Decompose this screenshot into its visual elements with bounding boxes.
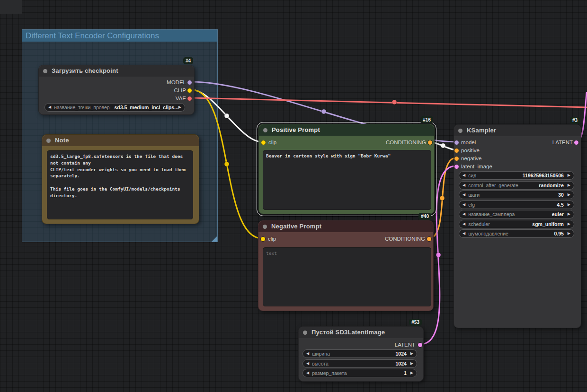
widget-right-arrow-icon[interactable]: ▶: [410, 349, 413, 358]
node-titlebar[interactable]: Загрузить checkpoint: [39, 65, 194, 77]
node-id-badge: #3: [570, 117, 580, 124]
conditioning-output-row[interactable]: CONDITIONING: [258, 235, 433, 242]
widget-right-arrow-icon[interactable]: ▶: [568, 200, 570, 209]
node-note[interactable]: Note sd3.5_large_fp8.safetensors is the …: [42, 134, 199, 224]
sampler-name-widget[interactable]: ◀ название_сэмплера euler ▶: [459, 210, 574, 218]
denoise-widget[interactable]: ◀ шумоподавление 0.95 ▶: [459, 229, 574, 238]
node-titlebar[interactable]: KSampler: [454, 125, 581, 136]
ckpt-name-combo[interactable]: ◀ название_точки_проверки sd3.5_medium_i…: [44, 103, 185, 112]
positive-input-slot[interactable]: [454, 148, 459, 153]
widget-left-arrow-icon[interactable]: ◀: [462, 210, 465, 218]
node-id-badge: #4: [183, 57, 193, 64]
node-canvas[interactable]: Different Text Encoder Configurations #4…: [0, 0, 587, 392]
note-text[interactable]: sd3.5_large_fp8.safetensors is the file …: [47, 150, 193, 219]
batch-size-widget[interactable]: ◀ размер_пакета 1 ▶: [302, 369, 417, 377]
link-vae: [192, 98, 587, 107]
conditioning-output-row[interactable]: CONDITIONING: [259, 139, 434, 146]
widget-left-arrow-icon[interactable]: ◀: [306, 359, 309, 368]
node-titlebar[interactable]: Negative Prompt: [258, 221, 433, 232]
latent-output-row[interactable]: LATENT: [299, 341, 423, 348]
latent-output-row[interactable]: LATENT: [454, 139, 581, 146]
node-id-badge: #16: [420, 116, 433, 123]
collapse-toggle-icon[interactable]: [458, 129, 462, 133]
scheduler-widget[interactable]: ◀ scheduler sgm_uniform ▶: [459, 220, 574, 228]
widget-right-arrow-icon[interactable]: ▶: [568, 220, 570, 228]
widget-right-arrow-icon[interactable]: ▶: [568, 229, 570, 238]
width-widget[interactable]: ◀ ширина 1024 ▶: [302, 349, 417, 358]
latent-output-slot[interactable]: [418, 343, 422, 347]
node-title: Negative Prompt: [271, 223, 321, 230]
combo-left-arrow-icon[interactable]: ◀: [48, 103, 51, 112]
seed-widget[interactable]: ◀ сид 119625963150506 ▶: [459, 171, 574, 180]
node-load-checkpoint[interactable]: #4 Загрузить checkpoint MODEL CLIP VAE ◀…: [38, 65, 195, 115]
widget-right-arrow-icon[interactable]: ▶: [568, 210, 570, 218]
widget-left-arrow-icon[interactable]: ◀: [306, 349, 309, 358]
node-titlebar[interactable]: Пустой SD3LatentImage: [299, 327, 423, 338]
widget-left-arrow-icon[interactable]: ◀: [306, 369, 309, 377]
conditioning-output-slot[interactable]: [428, 140, 432, 145]
cfg-widget[interactable]: ◀ cfg 4.5 ▶: [459, 200, 574, 209]
widget-right-arrow-icon[interactable]: ▶: [410, 369, 413, 377]
node-id-badge: #53: [409, 319, 422, 326]
link-dot-latent: [436, 253, 441, 257]
conditioning-output-slot[interactable]: [427, 237, 431, 241]
height-widget[interactable]: ◀ высота 1024 ▶: [302, 359, 417, 368]
collapse-toggle-icon[interactable]: [43, 69, 47, 73]
collapse-toggle-icon[interactable]: [46, 139, 51, 143]
widget-left-arrow-icon[interactable]: ◀: [462, 181, 465, 190]
model-output-slot[interactable]: [187, 80, 192, 85]
node-title: Note: [55, 137, 69, 144]
link-dot-negative: [440, 196, 445, 200]
widget-left-arrow-icon[interactable]: ◀: [462, 220, 465, 228]
link-dot-model: [321, 109, 326, 114]
clip-output-slot[interactable]: [187, 88, 192, 93]
collapse-toggle-icon[interactable]: [263, 225, 267, 229]
node-empty-sd3-latent[interactable]: #53 Пустой SD3LatentImage LATENT ◀ ширин…: [298, 326, 424, 382]
widget-right-arrow-icon[interactable]: ▶: [568, 171, 570, 180]
widget-left-arrow-icon[interactable]: ◀: [462, 229, 465, 238]
node-title: KSampler: [467, 127, 496, 134]
collapse-toggle-icon[interactable]: [303, 331, 307, 335]
latent-image-input-slot[interactable]: [454, 165, 459, 169]
latent-image-input-row[interactable]: latent_image: [454, 163, 581, 170]
vae-output-slot[interactable]: [187, 96, 192, 101]
negative-input-row[interactable]: negative: [454, 155, 581, 162]
negative-prompt-textarea[interactable]: [263, 247, 431, 306]
node-titlebar[interactable]: Positive Prompt: [259, 124, 434, 136]
positive-input-row[interactable]: positive: [454, 147, 581, 154]
clip-output-row[interactable]: CLIP: [39, 87, 194, 94]
combo-right-arrow-icon[interactable]: ▶: [178, 103, 181, 112]
link-dot-positive: [441, 143, 445, 148]
node-title: Загрузить checkpoint: [52, 67, 118, 74]
widget-right-arrow-icon[interactable]: ▶: [568, 181, 570, 190]
link-dot-clip-negative: [224, 162, 229, 166]
model-output-row[interactable]: MODEL: [39, 79, 194, 86]
widget-left-arrow-icon[interactable]: ◀: [462, 171, 465, 180]
widget-right-arrow-icon[interactable]: ▶: [410, 359, 413, 368]
node-titlebar[interactable]: Note: [42, 135, 199, 146]
widget-left-arrow-icon[interactable]: ◀: [462, 191, 465, 199]
node-id-badge: #40: [418, 213, 431, 220]
node-title: Пустой SD3LatentImage: [311, 329, 385, 336]
steps-widget[interactable]: ◀ шаги 30 ▶: [459, 191, 574, 199]
vae-output-row[interactable]: VAE: [39, 95, 194, 102]
control-after-generate-widget[interactable]: ◀ control_after_generate randomize ▶: [459, 181, 574, 190]
collapse-toggle-icon[interactable]: [263, 128, 267, 132]
negative-input-slot[interactable]: [454, 157, 459, 161]
link-dot-clip-positive: [224, 113, 229, 118]
positive-prompt-textarea[interactable]: Beaver in cartoon style with sign "Bobr …: [263, 150, 431, 210]
node-negative-prompt[interactable]: #40 Negative Prompt clip CONDITIONING: [258, 220, 434, 311]
node-positive-prompt[interactable]: #16 Positive Prompt clip CONDITIONING Be…: [258, 124, 435, 214]
node-title: Positive Prompt: [272, 126, 320, 133]
node-ksampler[interactable]: #3 KSampler model positive negative late…: [454, 124, 581, 328]
widget-right-arrow-icon[interactable]: ▶: [568, 191, 570, 199]
latent-output-slot[interactable]: [574, 140, 578, 145]
widget-left-arrow-icon[interactable]: ◀: [462, 200, 465, 209]
link-dot-vae: [392, 100, 397, 105]
